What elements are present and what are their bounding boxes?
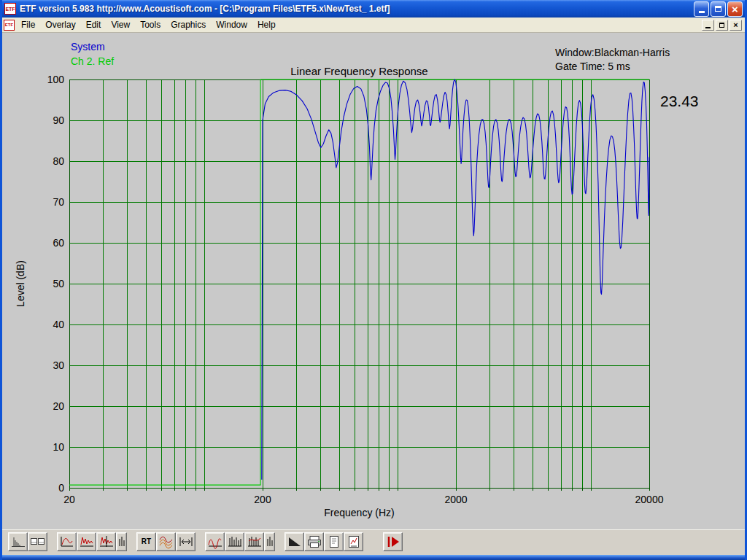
- jagged-cursor-icon: [98, 534, 115, 549]
- mdi-minimize-button[interactable]: [702, 20, 714, 31]
- restore-button[interactable]: [711, 1, 726, 17]
- legend-system: System: [71, 41, 105, 52]
- y-tick-label: 0: [58, 482, 64, 494]
- menu-items: FileOverlayEditViewToolsGraphicsWindowHe…: [16, 18, 281, 31]
- toolbar-comb-display-button[interactable]: [225, 532, 244, 551]
- toolbar-group: [57, 532, 127, 551]
- wedge-icon: [287, 534, 303, 549]
- toolbar-etc-mini-button[interactable]: [116, 532, 127, 551]
- y-tick-label: 80: [53, 155, 64, 167]
- minicomb-icon: [266, 534, 274, 549]
- report-icon: [346, 534, 362, 549]
- menu-bar: ETF FileOverlayEditViewToolsGraphicsWind…: [2, 18, 745, 33]
- cursor-readout: 23.43: [660, 93, 699, 109]
- menu-item-help[interactable]: Help: [252, 18, 281, 31]
- y-tick-label: 10: [53, 441, 64, 453]
- y-tick-label: 100: [47, 74, 65, 85]
- app-icon: ETF: [4, 3, 16, 15]
- y-tick-label: 40: [53, 319, 64, 330]
- toolbar-decay-wedge-button[interactable]: [285, 532, 304, 551]
- toolbar-group: [285, 532, 363, 551]
- y-tick-label: 30: [53, 359, 64, 371]
- toolbar-overlay-response-button[interactable]: [205, 532, 225, 551]
- toolbar-print-button[interactable]: [304, 532, 324, 551]
- menu-item-overlay[interactable]: Overlay: [40, 18, 80, 31]
- window-info: Window:Blackman-Harris: [555, 47, 670, 58]
- chart-area: 010203040506070809010020200200020000Syst…: [2, 33, 745, 529]
- window-controls: [694, 1, 743, 17]
- printer-icon: [306, 534, 322, 549]
- mdi-restore-button[interactable]: [716, 20, 728, 31]
- toolbar-energy-time-curve-button[interactable]: [77, 532, 96, 551]
- toolbar: RT: [2, 529, 745, 553]
- restore-icon: [715, 6, 721, 12]
- toolbar-report-button[interactable]: [344, 532, 363, 551]
- menu-item-graphics[interactable]: Graphics: [166, 18, 211, 31]
- toolbar-exit-button[interactable]: [383, 532, 403, 551]
- y-tick-label: 70: [53, 196, 64, 208]
- exit-icon: [385, 534, 401, 549]
- minicomb-icon: [118, 534, 125, 549]
- chart[interactable]: 010203040506070809010020200200020000Syst…: [2, 33, 745, 529]
- x-axis-label: Frequency (Hz): [324, 507, 394, 518]
- toolbar-impulse-time-button[interactable]: [8, 532, 28, 551]
- menu-item-file[interactable]: File: [16, 18, 40, 31]
- comb-icon: [227, 534, 243, 549]
- x-tick-label: 2000: [444, 494, 467, 505]
- toolbar-etc-cursor-button[interactable]: [96, 532, 116, 551]
- humps-icon: [207, 534, 223, 549]
- menu-item-tools[interactable]: Tools: [135, 18, 166, 31]
- y-axis-label: Level (dB): [15, 260, 26, 307]
- chart-title: Linear Frequency Response: [290, 65, 427, 77]
- waterfall-icon: [158, 534, 174, 549]
- y-tick-label: 20: [53, 400, 64, 412]
- mdi-minimize-icon: [705, 27, 711, 28]
- y-tick-label: 60: [53, 237, 64, 249]
- minimize-icon: [699, 11, 705, 13]
- legend-ch2-ref: Ch 2. Ref: [71, 55, 114, 67]
- mdi-restore-icon: [719, 23, 724, 28]
- arrows-icon: [178, 534, 194, 549]
- app-window: ETF ETF version 5.983 http://www.Acousti…: [0, 0, 747, 560]
- toolbar-waterfall-button[interactable]: [156, 532, 176, 551]
- toolbar-group: RT: [136, 532, 196, 551]
- impulse-icon: [10, 534, 26, 549]
- y-tick-label: 90: [53, 114, 64, 126]
- toolbar-gate-width-button[interactable]: [176, 532, 196, 551]
- toolbar-comb-mini-button[interactable]: [264, 532, 275, 551]
- toolbar-frequency-response-button[interactable]: [57, 532, 77, 551]
- close-icon: [732, 4, 738, 15]
- toolbar-rt60-button[interactable]: RT: [136, 532, 156, 551]
- jagged-icon: [79, 534, 95, 549]
- mdi-close-button[interactable]: [729, 20, 742, 31]
- mdi-close-icon: [733, 21, 738, 29]
- toolbar-notes-button[interactable]: [324, 532, 344, 551]
- y-tick-label: 50: [53, 278, 64, 289]
- toolbar-comb-overlay-button[interactable]: [244, 532, 264, 551]
- rt60-label: RT: [142, 537, 151, 545]
- title-bar[interactable]: ETF ETF version 5.983 http://www.Acousti…: [2, 0, 745, 18]
- freqcurve-icon: [59, 534, 75, 549]
- menu-item-edit[interactable]: Edit: [81, 18, 107, 31]
- menu-item-window[interactable]: Window: [211, 18, 252, 31]
- x-tick-label: 20: [63, 494, 75, 505]
- close-button[interactable]: [727, 1, 743, 17]
- minimize-button[interactable]: [694, 1, 709, 17]
- x-tick-label: 200: [254, 494, 271, 505]
- mdi-window-controls: [702, 20, 743, 31]
- toolbar-group: [8, 532, 47, 551]
- toolbar-group: [205, 532, 275, 551]
- dual-icon: [30, 534, 46, 549]
- x-tick-label: 20000: [635, 494, 664, 505]
- toolbar-group: [383, 532, 403, 551]
- gate-info: Gate Time: 5 ms: [555, 61, 630, 72]
- window-title: ETF version 5.983 http://www.Acoustisoft…: [20, 4, 690, 14]
- window-bottom-border: [2, 555, 745, 560]
- document-icon: ETF: [4, 20, 15, 31]
- toolbar-dual-trace-button[interactable]: [28, 532, 47, 551]
- notes-icon: [326, 534, 342, 549]
- comb-red-icon: [247, 534, 263, 549]
- menu-item-view[interactable]: View: [106, 18, 135, 31]
